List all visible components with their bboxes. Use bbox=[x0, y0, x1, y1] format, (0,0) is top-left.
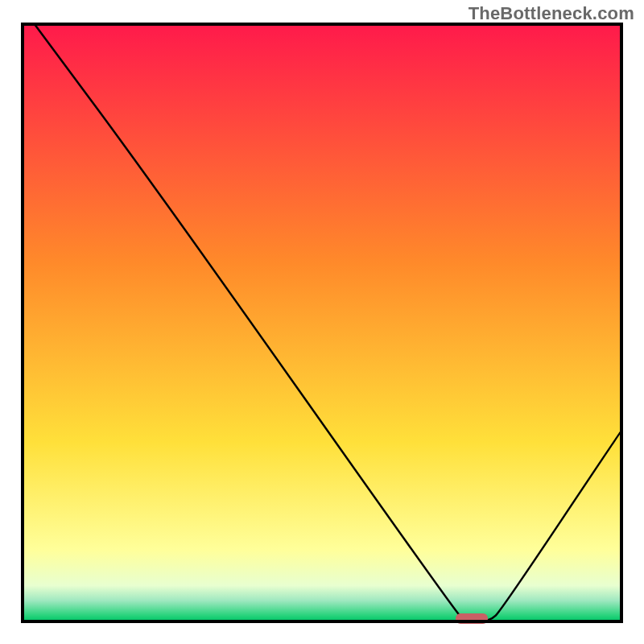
chart-container: { "watermark": "TheBottleneck.com", "cha… bbox=[0, 0, 644, 644]
bottleneck-chart bbox=[0, 0, 644, 644]
watermark-text: TheBottleneck.com bbox=[469, 3, 634, 24]
gradient-background bbox=[23, 24, 621, 621]
